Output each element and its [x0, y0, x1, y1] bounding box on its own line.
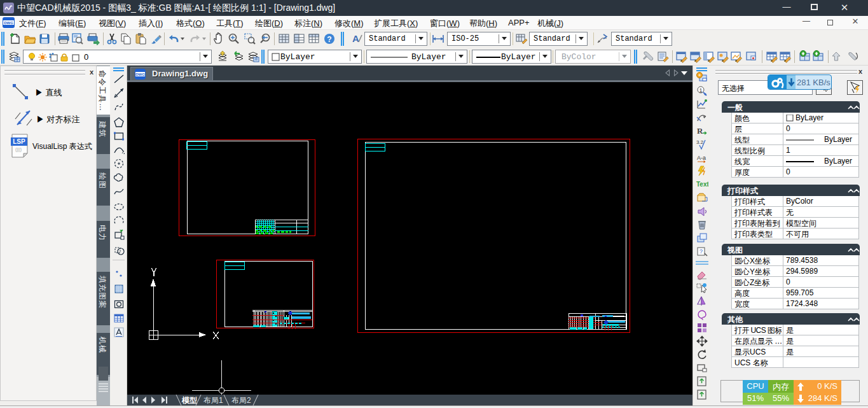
svg-text:A: A — [352, 33, 359, 44]
svg-text:A-a: A-a — [697, 155, 706, 161]
svg-text:?: ? — [327, 35, 331, 44]
svg-text:DWG: DWG — [4, 21, 13, 25]
svg-text:DWG: DWG — [135, 73, 145, 76]
svg-text:Text: Text — [696, 181, 708, 188]
svg-text:R: R — [697, 126, 703, 136]
svg-text:?: ? — [699, 248, 703, 255]
svg-text:LSP: LSP — [13, 138, 25, 145]
svg-text:1: 1 — [699, 87, 702, 94]
svg-text:3.2: 3.2 — [696, 139, 704, 145]
svg-text:(|||): (|||) — [15, 147, 22, 152]
